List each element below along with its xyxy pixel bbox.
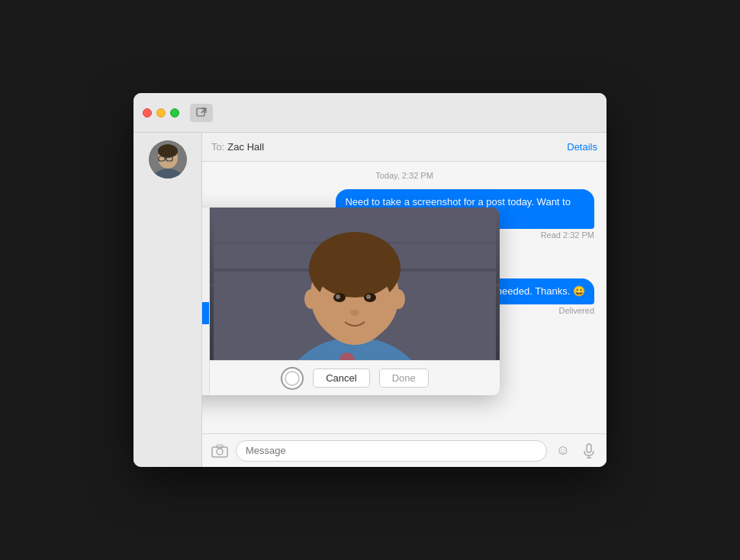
avatar: [149, 140, 187, 179]
photo-controls: Cancel Done: [210, 360, 500, 395]
to-label: To:: [211, 141, 224, 153]
compose-button[interactable]: [190, 104, 213, 122]
shutter-inner: [285, 371, 300, 386]
chat-area: To: Zac Hall Details Today, 2:32 PM Need…: [202, 133, 606, 467]
svg-point-19: [391, 289, 405, 309]
sidebar-item-camera[interactable]: Camera: [202, 302, 209, 324]
close-button[interactable]: [143, 108, 152, 117]
sidebar-item-recents[interactable]: Recents: [202, 236, 209, 258]
sidebar: [134, 133, 202, 467]
svg-point-26: [350, 310, 359, 316]
svg-rect-31: [587, 444, 591, 452]
chat-header: To: Zac Hall Details: [202, 133, 606, 162]
details-button[interactable]: Details: [567, 141, 597, 153]
emoji-button[interactable]: ☺: [553, 441, 573, 461]
svg-point-18: [304, 289, 318, 309]
bubble-outgoing-2: needed. Thanks. 😀: [487, 278, 594, 304]
microphone-button[interactable]: [579, 441, 599, 461]
cancel-button[interactable]: Cancel: [313, 369, 369, 388]
minimize-button[interactable]: [156, 108, 166, 117]
camera-icon: [211, 444, 228, 458]
svg-point-21: [313, 237, 397, 298]
sidebar-item-faces[interactable]: Faces: [202, 280, 209, 302]
camera-person-svg: [210, 208, 500, 360]
messages-area: Today, 2:32 PM Need to take a screenshot…: [202, 162, 606, 433]
avatar-image: [149, 140, 187, 179]
microphone-icon: [584, 443, 594, 459]
sidebar-item-icloud[interactable]: iCloud Photos: [202, 258, 209, 280]
read-status: Read 2:32 PM: [541, 230, 594, 240]
window-body: To: Zac Hall Details Today, 2:32 PM Need…: [134, 133, 606, 467]
photo-sidebar: Defaults Recents iCloud Photos Faces Cam…: [202, 208, 210, 395]
sidebar-item-defaults[interactable]: Defaults: [202, 214, 209, 236]
svg-point-25: [366, 294, 371, 299]
sidebar-item-linked[interactable]: Linked: [202, 324, 209, 346]
camera-preview: [210, 208, 500, 360]
shutter-button[interactable]: [281, 367, 304, 390]
traffic-lights: [143, 108, 179, 117]
delivered-status: Delivered: [559, 306, 594, 315]
svg-point-24: [336, 294, 340, 299]
recipient-name: Zac Hall: [227, 141, 264, 153]
svg-rect-0: [197, 108, 204, 116]
compose-icon: [196, 108, 207, 118]
svg-point-29: [217, 449, 223, 455]
photo-picker-inner: Defaults Recents iCloud Photos Faces Cam…: [202, 208, 500, 395]
camera-icon-button[interactable]: [210, 441, 230, 461]
svg-point-7: [158, 144, 178, 158]
svg-rect-30: [217, 445, 223, 448]
message-input[interactable]: [236, 440, 547, 462]
message-timestamp: Today, 2:32 PM: [214, 171, 594, 180]
done-button[interactable]: Done: [379, 369, 429, 388]
maximize-button[interactable]: [170, 108, 179, 117]
mac-window: To: Zac Hall Details Today, 2:32 PM Need…: [134, 93, 606, 467]
svg-line-3: [201, 108, 206, 113]
photo-picker: Defaults Recents iCloud Photos Faces Cam…: [202, 208, 500, 395]
photo-main: Cancel Done: [210, 208, 500, 395]
title-bar: [134, 93, 606, 133]
input-bar: ☺: [202, 433, 606, 467]
